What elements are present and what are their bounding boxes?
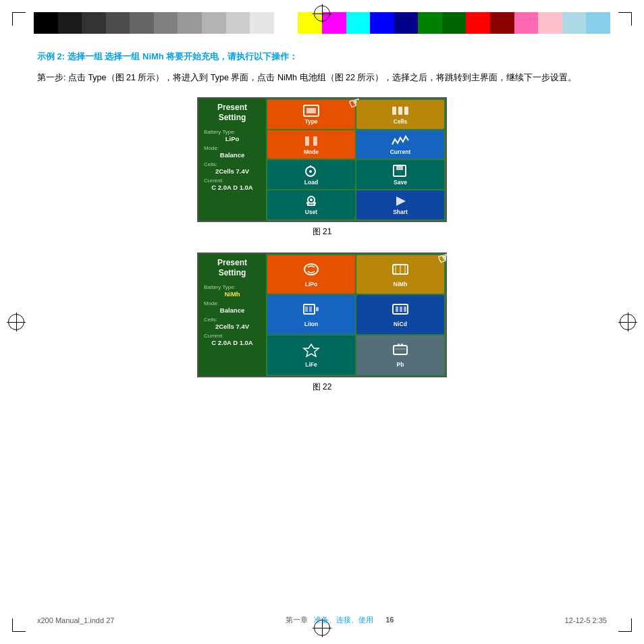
screen2-row-cells: Cells: 2Cells 7.4V: [204, 317, 261, 330]
figure-21-label: 图 21: [37, 226, 607, 238]
svg-marker-17: [396, 196, 406, 206]
screen2-row-current: Current: C 2.0A D 1.0A: [204, 333, 261, 346]
color-swatch: [250, 12, 274, 34]
footer-chapter-link: 准备、连接、使用: [314, 616, 373, 624]
liion-icon: [302, 302, 321, 319]
color-swatch: [346, 12, 371, 34]
svg-rect-6: [313, 136, 317, 146]
corner-mark-br: [618, 618, 632, 632]
color-swatch: [394, 12, 419, 34]
color-swatch: [82, 12, 106, 34]
current-icon: [391, 134, 410, 149]
svg-rect-11: [396, 165, 403, 170]
figure-21-screen: PresentSetting Battery Type: LiPo Mode: …: [197, 97, 447, 222]
footer-file: x200 Manual_1.indd 27: [37, 616, 114, 624]
hand-cursor-nimh: ☞: [435, 248, 452, 267]
grid-cell-cells[interactable]: Cells: [356, 100, 444, 129]
grid-cell-liion[interactable]: LiIon: [267, 295, 355, 334]
svg-rect-26: [309, 306, 312, 312]
section-heading: 示例 2: 选择一组 选择一组 NiMh 将要开始充电，请执行以下操作：: [37, 51, 607, 63]
type-icon: [302, 103, 321, 118]
svg-rect-2: [392, 107, 396, 115]
color-swatch: [178, 12, 202, 34]
color-swatch: [202, 12, 226, 34]
color-swatch: [106, 12, 130, 34]
svg-rect-31: [394, 346, 407, 354]
svg-rect-30: [404, 306, 406, 312]
screen2-panel-title: PresentSetting: [204, 258, 261, 279]
reg-mark-right: [618, 313, 637, 331]
color-swatch: [274, 12, 298, 34]
grid-cell-lipo[interactable]: LiPo: [267, 255, 355, 294]
color-swatch: [130, 12, 154, 34]
screen2-row-battery: Battery Type: NiMh: [204, 284, 261, 298]
pb-icon: [391, 342, 410, 360]
shart-icon: [391, 194, 410, 209]
svg-rect-29: [400, 306, 402, 312]
color-swatch: [418, 12, 442, 34]
color-swatch: [514, 12, 539, 34]
color-swatch: [226, 12, 250, 34]
corner-mark-tl: [12, 12, 26, 26]
screen1-full-grid: Type ☞ Cells Mode Current Load Save Uset: [266, 99, 446, 221]
grid-cell-pb[interactable]: Pb: [356, 336, 444, 375]
grid-cell-save[interactable]: Save: [356, 160, 444, 189]
screen1-row-current: Current: C 2.0A D 1.0A: [204, 178, 261, 191]
corner-mark-bl: [12, 618, 26, 632]
grid-cell-nimh[interactable]: NiMh ☞: [356, 255, 444, 294]
grid-cell-shart[interactable]: Shart: [356, 190, 444, 219]
svg-point-16: [313, 202, 316, 205]
screen1-row-mode: Mode: Balance: [204, 145, 261, 159]
color-swatch: [154, 12, 178, 34]
screen2-left-panel: PresentSetting Battery Type: NiMh Mode: …: [198, 254, 266, 376]
cells-icon: [391, 103, 410, 118]
reg-mark-left: [7, 313, 26, 331]
color-swatch: [466, 12, 490, 34]
page-content: 示例 2: 选择一组 选择一组 NiMh 将要开始充电，请执行以下操作： 第一步…: [37, 51, 607, 600]
nicd-icon: [391, 302, 410, 319]
grid-cell-life[interactable]: LiFe: [267, 336, 355, 375]
mode-icon: [302, 134, 321, 149]
svg-point-15: [306, 202, 309, 205]
svg-rect-3: [398, 107, 402, 115]
uset-icon: [302, 194, 321, 209]
svg-rect-28: [396, 306, 398, 312]
figure-22-label: 图 22: [37, 381, 607, 393]
footer-center: 第一章 准备、连接、使用 16: [286, 615, 394, 625]
svg-rect-5: [305, 136, 309, 146]
screen1-panel-title: PresentSetting: [204, 103, 261, 124]
svg-rect-32: [398, 344, 400, 346]
grid-cell-load[interactable]: Load: [267, 160, 355, 189]
svg-rect-1: [306, 108, 316, 113]
grid-cell-type[interactable]: Type ☞: [267, 100, 355, 129]
color-swatch: [538, 12, 562, 34]
footer-page-num: 16: [385, 616, 394, 624]
svg-point-13: [310, 198, 313, 201]
color-swatch: [442, 12, 466, 34]
svg-rect-24: [316, 307, 319, 311]
color-swatch: [562, 12, 587, 34]
svg-point-8: [309, 170, 312, 173]
life-icon: [302, 342, 321, 360]
grid-cell-uset[interactable]: Uset: [267, 190, 355, 219]
grid-cell-mode[interactable]: Mode: [267, 130, 355, 159]
lipo-icon: [302, 262, 321, 279]
body-text: 第一步: 点击 Type（图 21 所示），将进入到 Type 界面，点击 Ni…: [37, 71, 607, 85]
footer: x200 Manual_1.indd 27 第一章 准备、连接、使用 16 12…: [37, 615, 607, 625]
screen1-row-battery: Battery Type: LiPo: [204, 129, 261, 142]
grid-cell-current[interactable]: Current: [356, 130, 444, 159]
footer-timestamp: 12-12-5 2:35: [565, 616, 607, 624]
nimh-icon: [391, 262, 410, 279]
color-swatch: [586, 12, 610, 34]
screen2-grid: LiPo NiMh ☞ LiIon: [266, 254, 446, 376]
screen1-left-panel: PresentSetting Battery Type: LiPo Mode: …: [198, 99, 266, 221]
screen1-row-cells: Cells: 2Cells 7.4V: [204, 161, 261, 175]
color-swatch: [370, 12, 394, 34]
color-swatch: [58, 12, 82, 34]
footer-chapter: 第一章: [286, 616, 308, 624]
grid-cell-nicd[interactable]: NiCd: [356, 295, 444, 334]
load-icon: [302, 164, 321, 179]
svg-rect-33: [401, 344, 403, 346]
svg-rect-25: [305, 306, 308, 312]
svg-rect-4: [404, 107, 408, 115]
